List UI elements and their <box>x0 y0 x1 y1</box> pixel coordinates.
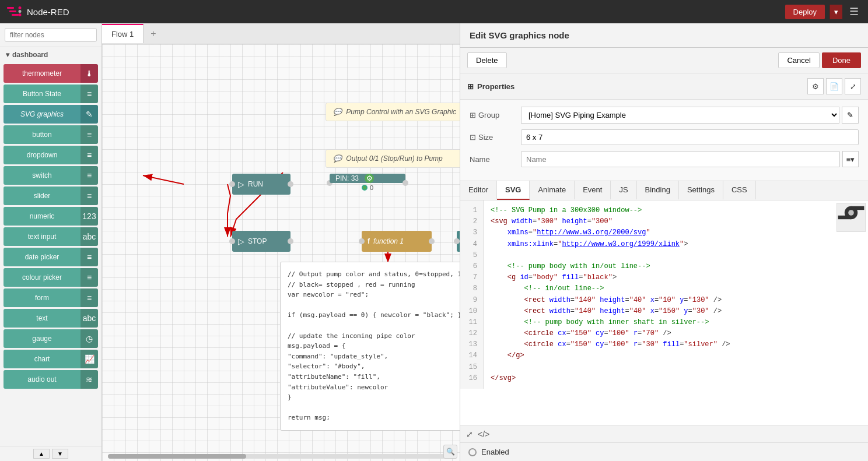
code-line-6: <!-- pump body with in/out line--> <box>491 261 861 272</box>
tab-binding[interactable]: Binding <box>637 181 679 200</box>
sidebar-item-text-input[interactable]: text input abc <box>4 227 98 246</box>
add-flow-tab-button[interactable]: + <box>144 24 163 44</box>
line-number-16: 16 <box>464 373 480 384</box>
function-node-label: function 1 <box>373 237 404 245</box>
sidebar-item-slider[interactable]: slider ≡ <box>4 186 98 205</box>
code-block-line: "command": "update_style", <box>288 351 460 362</box>
flow-tabs: Flow 1 + <box>102 23 460 44</box>
code-block-line: if (msg.payload == 0) { newcolor = "blac… <box>288 310 460 321</box>
filter-nodes-input[interactable] <box>5 28 97 42</box>
run-node-output-port <box>288 181 293 187</box>
canvas-area: Flow 1 + <box>102 23 460 461</box>
run-node-input-port <box>229 181 235 187</box>
name-row: Name ≡▾ <box>470 151 859 167</box>
svg-point-10 <box>848 210 854 216</box>
tab-animate[interactable]: Animate <box>530 181 575 200</box>
code-editor[interactable]: 12345678910111213141516 <!-- SVG Pump in… <box>460 200 868 425</box>
code-block-line <box>288 321 460 331</box>
name-options-button[interactable]: ≡▾ <box>842 151 859 167</box>
node-label-text: text <box>4 309 80 328</box>
sidebar-item-svg-graphics[interactable]: SVG graphics ✎ <box>4 105 98 124</box>
line-number-6: 6 <box>464 261 480 272</box>
svg-graphics-canvas-node[interactable]: ✎ SVG graphics <box>457 231 460 252</box>
node-label-text-input: text input <box>4 227 80 246</box>
line-number-15: 15 <box>464 362 480 373</box>
run-node[interactable]: ▷ RUN <box>232 174 290 195</box>
code-block-line: } <box>288 392 460 403</box>
code-view-button[interactable]: </> <box>478 430 489 439</box>
scroll-up-button[interactable]: ▲ <box>33 449 50 459</box>
code-line-1: <!-- SVG Pump in a 300x300 window--> <box>491 205 861 216</box>
tab-css[interactable]: CSS <box>723 181 756 200</box>
group-select[interactable]: [Home] SVG Piping Example <box>521 107 839 124</box>
tab-event[interactable]: Event <box>575 181 611 200</box>
sidebar-item-switch[interactable]: switch ≡ <box>4 166 98 185</box>
function-node[interactable]: f function 1 <box>362 231 432 252</box>
sidebar-item-gauge[interactable]: gauge ◷ <box>4 329 98 348</box>
sidebar-section-header[interactable]: ▾ dashboard <box>0 47 102 62</box>
flow-tab-1[interactable]: Flow 1 <box>102 24 144 43</box>
sidebar-item-dropdown[interactable]: dropdown ≡ <box>4 146 98 164</box>
node-label-svg-graphics: SVG graphics <box>4 105 80 124</box>
node-label-chart: chart <box>4 350 80 368</box>
node-label-thermometer: thermometer <box>4 64 80 83</box>
menu-button[interactable]: ☰ <box>847 3 861 20</box>
sidebar-item-text[interactable]: text abc <box>4 309 98 328</box>
form-area: ⊞ Group [Home] SVG Piping Example ✎ ⊡ Si… <box>460 100 868 181</box>
settings-icon-btn[interactable]: ⚙ <box>807 78 824 94</box>
stop-node[interactable]: ▷ STOP <box>232 231 290 252</box>
topbar: Node-RED Deploy ▾ ☰ <box>0 0 868 23</box>
node-label-dropdown: dropdown <box>4 146 80 164</box>
table-icon: ⊞ <box>470 111 476 119</box>
pin-node[interactable]: PIN: 33 ⚙ 0 <box>330 174 405 192</box>
scroll-down-button[interactable]: ▼ <box>52 449 68 459</box>
sidebar-item-numeric[interactable]: numeric 123 <box>4 207 98 226</box>
code-block-line <box>288 403 460 413</box>
pin-node-status-dot <box>362 185 368 191</box>
sidebar-item-thermometer[interactable]: thermometer 🌡 <box>4 64 98 83</box>
deploy-arrow-button[interactable]: ▾ <box>830 5 842 19</box>
sidebar-item-button[interactable]: button ≡ <box>4 125 98 144</box>
canvas-horizontal-scrollbar[interactable] <box>108 454 454 459</box>
tab-settings[interactable]: Settings <box>679 181 723 200</box>
doc-icon-btn[interactable]: 📄 <box>826 78 842 94</box>
node-label-form: form <box>4 288 80 307</box>
name-input[interactable] <box>521 151 840 167</box>
done-button[interactable]: Done <box>822 52 861 68</box>
node-icon-chart: 📈 <box>80 350 98 368</box>
canvas-search-button[interactable]: 🔍 <box>443 445 457 459</box>
sidebar-item-date-picker[interactable]: date picker ≡ <box>4 248 98 266</box>
group-edit-button[interactable]: ✎ <box>842 107 859 124</box>
expand-icon-btn[interactable]: ⤢ <box>845 78 861 94</box>
flow-canvas[interactable]: 💬 Pump Control with an SVG Graphic 💬 Out… <box>102 44 460 461</box>
code-block-line: "attributeName": "fill", <box>288 372 460 382</box>
delete-button[interactable]: Delete <box>467 52 507 68</box>
comment-node-1[interactable]: 💬 Pump Control with an SVG Graphic <box>326 103 460 121</box>
canvas-scrollbar-thumb[interactable] <box>108 454 246 459</box>
fullscreen-button[interactable]: ⤢ <box>466 430 473 439</box>
toolbar-left: Delete <box>467 52 507 68</box>
size-input[interactable] <box>521 129 859 145</box>
sidebar-item-button-state[interactable]: Button State ≡ <box>4 85 98 103</box>
enabled-bar: Enabled <box>460 442 868 461</box>
chevron-down-icon: ▾ <box>6 51 9 59</box>
sidebar-item-chart[interactable]: chart 📈 <box>4 350 98 368</box>
sidebar-item-form[interactable]: form ≡ <box>4 288 98 307</box>
line-number-13: 13 <box>464 339 480 350</box>
tab-js[interactable]: JS <box>611 181 636 200</box>
node-icon-switch: ≡ <box>80 166 98 185</box>
sidebar-item-colour-picker[interactable]: colour picker ≡ <box>4 268 98 287</box>
node-icon-button-state: ≡ <box>80 85 98 103</box>
deploy-button[interactable]: Deploy <box>785 5 825 19</box>
tab-editor[interactable]: Editor <box>460 181 497 200</box>
sidebar-filter-area <box>0 23 102 47</box>
tab-svg[interactable]: SVG <box>497 181 530 200</box>
pin-node-badge: 0 <box>370 184 373 191</box>
run-node-icon: ▷ <box>238 180 244 189</box>
comment-node-2[interactable]: 💬 Output 0/1 (Stop/Run) to Pump <box>326 149 460 168</box>
code-line-16: </svg> <box>491 373 861 384</box>
cancel-button[interactable]: Cancel <box>778 52 819 68</box>
code-line-14: </g> <box>491 350 861 361</box>
node-icon-slider: ≡ <box>80 186 98 205</box>
sidebar-item-audio-out[interactable]: audio out ≋ <box>4 370 98 389</box>
